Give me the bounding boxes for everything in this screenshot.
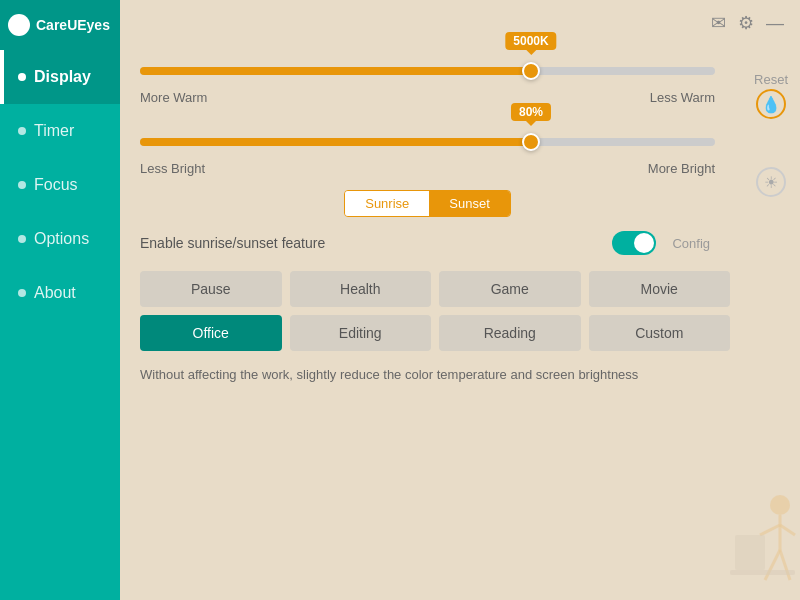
main-content: ✉ ⚙ — 5000K More Warm Less Warm [120, 0, 800, 600]
preset-reading[interactable]: Reading [439, 315, 581, 351]
preset-office[interactable]: Office [140, 315, 282, 351]
brightness-thumb[interactable] [522, 133, 540, 151]
preset-custom[interactable]: Custom [589, 315, 731, 351]
svg-point-0 [770, 495, 790, 515]
sidebar-dot [18, 127, 26, 135]
svg-line-3 [780, 525, 795, 535]
email-icon[interactable]: ✉ [711, 12, 726, 34]
label-more-warm: More Warm [140, 90, 207, 105]
preset-pause[interactable]: Pause [140, 271, 282, 307]
sidebar-label-about: About [34, 284, 76, 302]
minimize-icon[interactable]: — [766, 13, 784, 34]
display-content: 5000K More Warm Less Warm 80% [120, 46, 800, 600]
temperature-slider-container: 5000K [140, 56, 715, 86]
sidebar-dot [18, 181, 26, 189]
brightness-slider-container: 80% [140, 127, 715, 157]
settings-icon[interactable]: ⚙ [738, 12, 754, 34]
brightness-thumb-wrap: 80% [531, 133, 549, 151]
label-less-bright: Less Bright [140, 161, 205, 176]
sunrise-sunset-row: Sunrise Sunset [140, 190, 770, 217]
sidebar-item-display[interactable]: Display [0, 50, 120, 104]
sidebar: CareUEyes Display Timer Focus Options Ab… [0, 0, 120, 600]
sidebar-dot [18, 235, 26, 243]
svg-line-2 [760, 525, 780, 535]
sidebar-dot [18, 73, 26, 81]
svg-rect-7 [735, 535, 765, 570]
feature-row: Enable sunrise/sunset feature Config [140, 231, 770, 255]
temperature-thumb-wrap: 5000K [531, 62, 549, 80]
brightness-fill [140, 138, 531, 146]
reset-icon[interactable]: 💧 [756, 89, 786, 119]
sunset-button[interactable]: Sunset [429, 191, 509, 216]
temperature-section: 5000K More Warm Less Warm [140, 56, 770, 105]
brightness-track: 80% [140, 138, 715, 146]
sidebar-item-timer[interactable]: Timer [0, 104, 120, 158]
temperature-labels: More Warm Less Warm [140, 90, 715, 105]
brightness-icon: ☀ [756, 167, 786, 197]
reset-button[interactable]: Reset [754, 72, 788, 87]
sunrise-sunset-toggle: Sunrise Sunset [344, 190, 511, 217]
temperature-track: 5000K [140, 67, 715, 75]
sidebar-item-options[interactable]: Options [0, 212, 120, 266]
right-icons: Reset 💧 ☀ [754, 72, 788, 197]
temperature-thumb[interactable] [522, 62, 540, 80]
preset-editing[interactable]: Editing [290, 315, 432, 351]
app-title: CareUEyes [36, 17, 110, 33]
preset-game[interactable]: Game [439, 271, 581, 307]
presets-grid: Pause Health Game Movie Office Editing R… [140, 271, 770, 351]
preset-movie[interactable]: Movie [589, 271, 731, 307]
temperature-badge: 5000K [505, 32, 556, 50]
sidebar-label-focus: Focus [34, 176, 78, 194]
sunrise-button[interactable]: Sunrise [345, 191, 429, 216]
decorative-figure [720, 480, 800, 600]
brightness-labels: Less Bright More Bright [140, 161, 715, 176]
label-more-bright: More Bright [648, 161, 715, 176]
svg-line-4 [765, 550, 780, 580]
sidebar-label-timer: Timer [34, 122, 74, 140]
sidebar-label-options: Options [34, 230, 89, 248]
sidebar-label-display: Display [34, 68, 91, 86]
svg-line-5 [780, 550, 790, 580]
preset-health[interactable]: Health [290, 271, 432, 307]
label-less-warm: Less Warm [650, 90, 715, 105]
svg-rect-6 [730, 570, 795, 575]
sidebar-item-about[interactable]: About [0, 266, 120, 320]
topbar: ✉ ⚙ — [120, 0, 800, 46]
temperature-fill [140, 67, 531, 75]
brightness-section: 80% Less Bright More Bright [140, 127, 770, 176]
sidebar-item-focus[interactable]: Focus [0, 158, 120, 212]
feature-label: Enable sunrise/sunset feature [140, 235, 325, 251]
feature-toggle[interactable] [612, 231, 656, 255]
app-logo [8, 14, 30, 36]
brightness-badge: 80% [511, 103, 551, 121]
description-text: Without affecting the work, slightly red… [140, 365, 770, 385]
config-link[interactable]: Config [672, 236, 710, 251]
app-header: CareUEyes [0, 0, 120, 50]
sidebar-dot [18, 289, 26, 297]
